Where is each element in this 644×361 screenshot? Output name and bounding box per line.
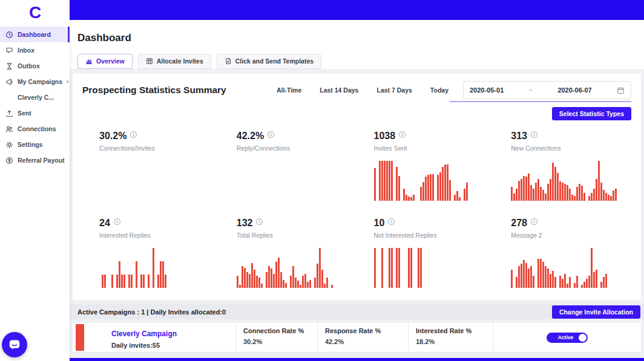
date-end[interactable]: 2020-06-07 (557, 86, 591, 94)
info-icon[interactable]: i (114, 218, 120, 225)
chart-bar (600, 183, 602, 201)
chart-bar (393, 200, 395, 201)
chart-bar (420, 187, 422, 201)
stat-label: Invites Sent (374, 145, 491, 152)
chart-bar (116, 275, 118, 288)
filter-all-time[interactable]: All-Time (277, 86, 301, 94)
chevron-up-icon[interactable]: ∧ (66, 79, 69, 84)
chart-bar (99, 287, 101, 288)
topbar (70, 0, 644, 20)
stat-label: Connections/Invites (99, 145, 216, 152)
tab-overview[interactable]: Overview (77, 54, 133, 69)
app-window: C DashboardInboxOutboxMy Campaigns∧Cleve… (0, 0, 644, 361)
filter-last-14-days[interactable]: Last 14 Days (320, 86, 358, 94)
chart-bar (591, 248, 593, 288)
chart-bar (280, 272, 282, 288)
info-icon[interactable]: i (399, 131, 406, 138)
chart-bar (307, 282, 309, 288)
chart-bar (425, 177, 427, 201)
chart-bar (102, 275, 104, 288)
chart-bar (326, 278, 328, 288)
chart-bar (131, 275, 133, 288)
chart-bar (569, 277, 571, 288)
chart-bar (406, 287, 407, 288)
chart-bar (150, 287, 152, 288)
info-icon[interactable]: i (130, 131, 137, 138)
active-toggle-label: Active (553, 334, 579, 340)
chart-bar (403, 287, 405, 288)
toggle-knob (579, 334, 586, 342)
chart-bar (454, 195, 456, 201)
chart-bar (430, 174, 432, 201)
tab-label: Overview (96, 57, 125, 65)
mini-bar-chart (99, 247, 216, 288)
chart-bar (244, 268, 246, 288)
chart-bar (593, 189, 595, 201)
stat-interested-replies: 24iInterested Replies (82, 210, 220, 297)
chart-bar (598, 287, 600, 288)
chart-bar (571, 195, 573, 201)
sidebar-item-connections[interactable]: Connections (0, 121, 70, 137)
sidebar-item-dashboard[interactable]: Dashboard (0, 27, 70, 42)
sidebar-item-outbox[interactable]: Outbox (0, 58, 70, 74)
chart-bar (254, 270, 255, 288)
chart-bar (314, 278, 316, 288)
chart-bar (251, 263, 253, 288)
chart-bar (550, 274, 551, 288)
chart-bar (331, 285, 333, 288)
active-toggle[interactable]: Active (547, 333, 588, 343)
sidebar-item-sent[interactable]: Sent (0, 105, 70, 121)
calendar-icon[interactable] (617, 86, 625, 94)
info-icon[interactable]: i (531, 218, 537, 225)
chart-bar (571, 287, 573, 288)
date-start[interactable]: 2020-05-01 (470, 86, 504, 94)
info-icon[interactable]: i (268, 131, 274, 138)
info-icon[interactable]: i (256, 218, 263, 225)
filter-last-7-days[interactable]: Last 7 Days (376, 86, 412, 94)
select-statistic-types-button[interactable]: Select Statistic Types (552, 107, 631, 120)
chart-bar (537, 259, 539, 288)
chart-bar (384, 287, 386, 288)
tab-click-and-send-templates[interactable]: Click and Send Templates (217, 54, 321, 69)
sidebar-item-referral-payout[interactable]: Referral Payout (0, 152, 70, 168)
chat-bubble-icon (8, 338, 21, 351)
sidebar-item-settings[interactable]: Settings (0, 137, 70, 152)
chart-bar (444, 287, 446, 288)
chart-bar (576, 187, 578, 201)
tab-bar: OverviewAllocate InvitesClick and Send T… (77, 54, 644, 69)
tab-allocate-invites[interactable]: Allocate Invites (138, 54, 211, 69)
info-icon[interactable]: i (531, 131, 537, 138)
info-icon[interactable]: i (388, 218, 395, 225)
date-range-picker[interactable]: 2020-05-01 ~ 2020-06-07 (463, 81, 631, 99)
chart-bar (583, 282, 585, 288)
chart-bar (128, 275, 130, 288)
change-invite-allocation-button[interactable]: Change Invite Allocation (552, 305, 640, 319)
chart-bar (564, 274, 566, 288)
chart-bar (155, 287, 157, 288)
dollar-icon (5, 157, 13, 164)
sidebar-item-cleverly-c[interactable]: Cleverly C... (0, 89, 70, 105)
chart-bar (537, 179, 539, 201)
chat-icon (5, 47, 13, 54)
chart-bar (464, 189, 465, 201)
chart-bar (557, 287, 559, 288)
chart-bar (569, 189, 571, 201)
chart-bar (518, 181, 520, 201)
campaign-name-link[interactable]: Cleverly Campaign (111, 330, 177, 338)
filter-today[interactable]: Today (430, 86, 448, 94)
chart-bar (562, 279, 564, 288)
chart-bar (596, 270, 597, 288)
chat-launcher-button[interactable] (2, 332, 27, 357)
cleverly-logo[interactable]: C (0, 0, 70, 25)
chart-bar (408, 248, 410, 288)
chart-bar (422, 287, 424, 288)
sidebar-item-inbox[interactable]: Inbox (0, 42, 70, 58)
chart-bar (545, 266, 547, 288)
stat-invites-sent: 1038iInvites Sent (357, 123, 494, 210)
chart-bar (381, 248, 383, 288)
chart-bar (523, 260, 525, 288)
sidebar-item-my-campaigns[interactable]: My Campaigns∧ (0, 74, 70, 89)
chart-bar (420, 248, 422, 288)
chart-bar (547, 184, 549, 201)
chart-bar (552, 163, 554, 201)
